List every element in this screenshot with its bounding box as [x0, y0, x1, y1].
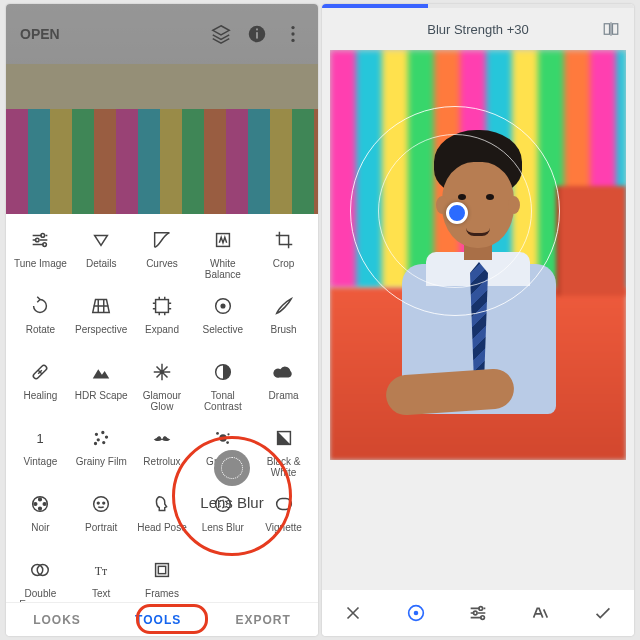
- tool-details[interactable]: Details: [71, 224, 132, 288]
- tool-label: Black & White: [267, 456, 301, 478]
- tool-label: Noir: [31, 522, 49, 533]
- apply-button[interactable]: [590, 600, 616, 626]
- tool-drama[interactable]: Drama: [253, 356, 314, 420]
- tool-label: Double Exposure: [19, 588, 61, 602]
- more-vert-icon[interactable]: [282, 23, 304, 45]
- svg-point-36: [219, 500, 226, 507]
- tool-tune-image[interactable]: Tune Image: [10, 224, 71, 288]
- grain-icon: [89, 426, 113, 450]
- tool-label: Head Pose: [137, 522, 186, 533]
- layers-icon[interactable]: [210, 23, 232, 45]
- tool-portrait[interactable]: Portrait: [71, 488, 132, 552]
- tool-crop[interactable]: Crop: [253, 224, 314, 288]
- adjust-button[interactable]: [465, 600, 491, 626]
- aperture-dots-icon: [211, 492, 235, 516]
- editor-header: Blur Strength +30: [322, 8, 634, 50]
- svg-point-28: [39, 498, 42, 501]
- svg-point-24: [227, 433, 229, 435]
- close-button[interactable]: [340, 600, 366, 626]
- tool-curves[interactable]: Curves: [132, 224, 193, 288]
- tool-label: Grainy Film: [76, 456, 127, 467]
- tool-label: Expand: [145, 324, 179, 335]
- tool-selective[interactable]: Selective: [192, 290, 253, 354]
- svg-point-3: [291, 26, 294, 29]
- blur-center-handle[interactable]: [446, 202, 468, 224]
- svg-rect-10: [156, 300, 169, 313]
- compare-icon[interactable]: [602, 20, 620, 38]
- svg-rect-43: [604, 24, 609, 35]
- tool-retrolux[interactable]: Retrolux: [132, 422, 193, 486]
- svg-point-32: [94, 497, 109, 512]
- svg-rect-41: [156, 564, 169, 577]
- image-preview-strip: [6, 64, 318, 214]
- tool-vintage[interactable]: 1 Vintage: [10, 422, 71, 486]
- tool-black-white[interactable]: Black & White: [253, 422, 314, 486]
- target-dot-icon: [211, 294, 235, 318]
- info-icon[interactable]: [246, 23, 268, 45]
- tab-looks[interactable]: LOOKS: [21, 609, 93, 631]
- tool-label: Drama: [269, 390, 299, 401]
- vintage-numeral-icon: 1: [28, 426, 52, 450]
- svg-point-19: [98, 439, 100, 441]
- tab-tools[interactable]: TOOLS: [123, 609, 193, 631]
- focus-shape-button[interactable]: [403, 600, 429, 626]
- svg-rect-2: [256, 29, 258, 31]
- svg-point-7: [36, 238, 40, 242]
- tool-healing[interactable]: Healing: [10, 356, 71, 420]
- tool-grainy-film[interactable]: Grainy Film: [71, 422, 132, 486]
- tool-double-exposure[interactable]: Double Exposure: [10, 554, 71, 602]
- svg-point-49: [481, 616, 485, 620]
- tab-export[interactable]: EXPORT: [224, 609, 303, 631]
- tool-label: Lens Blur: [202, 522, 244, 533]
- svg-point-35: [215, 497, 230, 512]
- tool-head-pose[interactable]: Head Pose: [132, 488, 193, 552]
- tool-text[interactable]: Tт Text: [71, 554, 132, 602]
- tool-label: White Balance: [205, 258, 241, 280]
- lens-blur-editor-screen: Blur Strength +30: [322, 4, 634, 636]
- tool-white-balance[interactable]: White Balance: [192, 224, 253, 288]
- app-header: OPEN: [6, 4, 318, 64]
- svg-point-21: [95, 443, 97, 445]
- tool-hdr-scape[interactable]: HDR Scape: [71, 356, 132, 420]
- tool-grunge[interactable]: Grunge: [192, 422, 253, 486]
- tool-label: Tune Image: [14, 258, 67, 269]
- tool-lens-blur[interactable]: Lens Blur: [192, 488, 253, 552]
- tool-label: Curves: [146, 258, 178, 269]
- tool-expand[interactable]: Expand: [132, 290, 193, 354]
- strength-readout: Blur Strength +30: [427, 22, 529, 37]
- svg-rect-37: [276, 499, 291, 510]
- tool-label: Text: [92, 588, 110, 599]
- tool-brush[interactable]: Brush: [253, 290, 314, 354]
- svg-point-29: [34, 503, 37, 506]
- tool-tonal-contrast[interactable]: Tonal Contrast: [192, 356, 253, 420]
- mustache-icon: [150, 426, 174, 450]
- svg-rect-44: [613, 24, 618, 35]
- svg-point-16: [96, 433, 98, 435]
- tool-label: Selective: [203, 324, 244, 335]
- svg-point-25: [226, 441, 229, 444]
- tool-label: Portrait: [85, 522, 117, 533]
- sparkle-icon: [150, 360, 174, 384]
- svg-point-22: [219, 434, 226, 441]
- styles-button[interactable]: [527, 600, 553, 626]
- tool-glamour-glow[interactable]: Glamour Glow: [132, 356, 193, 420]
- tool-noir[interactable]: Noir: [10, 488, 71, 552]
- crop-icon: [272, 228, 296, 252]
- cloud-icon: [272, 360, 296, 384]
- svg-point-5: [291, 39, 294, 42]
- tool-vignette[interactable]: Vignette: [253, 488, 314, 552]
- svg-point-31: [39, 507, 42, 510]
- svg-point-17: [102, 432, 104, 434]
- tool-perspective[interactable]: Perspective: [71, 290, 132, 354]
- sliders-icon: [28, 228, 52, 252]
- frame-icon: [150, 558, 174, 582]
- tool-frames[interactable]: Frames: [132, 554, 193, 602]
- image-stage[interactable]: [322, 50, 634, 590]
- svg-point-34: [103, 502, 105, 504]
- curves-icon: [150, 228, 174, 252]
- svg-point-6: [41, 234, 45, 238]
- open-button[interactable]: OPEN: [20, 26, 60, 42]
- svg-point-30: [44, 503, 47, 506]
- tool-rotate[interactable]: Rotate: [10, 290, 71, 354]
- svg-point-4: [291, 32, 294, 35]
